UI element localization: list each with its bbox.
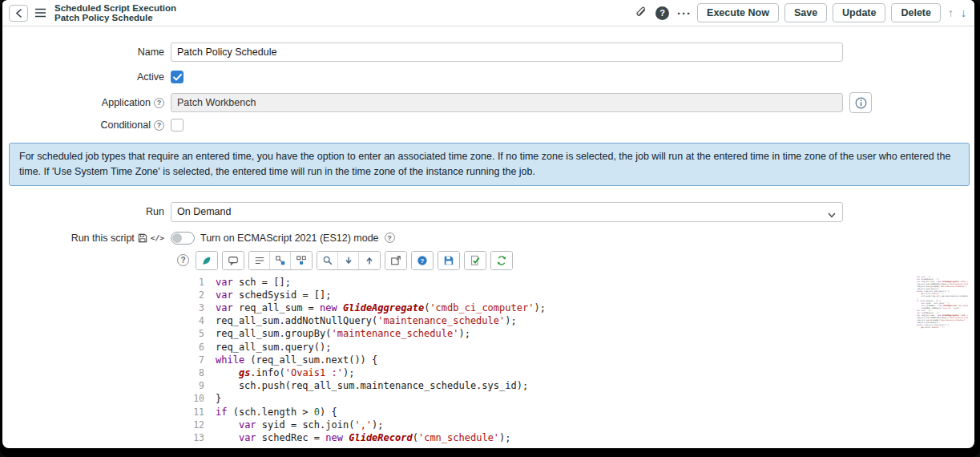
toolbar-group	[385, 251, 407, 270]
application-input[interactable]	[171, 93, 843, 112]
save-disk-icon	[138, 233, 147, 243]
code-line[interactable]: 8 gs.info('Ovais1 :');	[177, 366, 974, 379]
line-number: 2	[177, 289, 204, 301]
editor-minimap[interactable]: var sch = [];var schedSysid = [];var req…	[917, 276, 968, 329]
context-menu-icon[interactable]	[34, 8, 46, 18]
code-line[interactable]: 12 var syid = sch.join(',');	[177, 419, 974, 431]
scheduled-script-form: Scheduled Script Execution Patch Policy …	[2, 0, 974, 448]
line-number: 8	[177, 366, 204, 379]
active-label: Active	[2, 71, 171, 83]
replace-all-button[interactable]	[291, 252, 312, 269]
toolbar-group	[248, 251, 313, 270]
select-chevron-icon	[828, 209, 836, 220]
code-icon: </>	[151, 233, 164, 242]
find-next-button[interactable]	[338, 252, 359, 269]
script-code-editor[interactable]: 1var sch = [];2var schedSysid = [];3var …	[177, 274, 974, 445]
attachment-icon[interactable]	[635, 6, 647, 19]
info-message: For scheduled job types that require an …	[9, 143, 970, 186]
line-number: 3	[177, 301, 204, 314]
application-label: Application ?	[2, 97, 171, 108]
find-previous-button[interactable]	[359, 252, 380, 269]
toolbar-group	[438, 251, 460, 270]
toolbar-group	[196, 251, 218, 270]
execute-now-button[interactable]: Execute Now	[697, 3, 779, 22]
save-button[interactable]: Save	[784, 3, 827, 22]
save-script-button[interactable]	[438, 252, 459, 269]
line-number: 11	[177, 406, 204, 419]
line-number: 7	[177, 354, 204, 366]
code-line[interactable]: 1var sch = [];	[177, 276, 974, 289]
conditional-label: Conditional ?	[2, 119, 171, 131]
scroll-up-icon[interactable]: ↑	[948, 6, 954, 19]
more-options-icon[interactable]: ···	[677, 6, 692, 20]
code-line[interactable]: 2var schedSysid = [];	[177, 289, 974, 301]
format-code-button[interactable]	[196, 252, 217, 269]
search-button[interactable]	[317, 252, 338, 269]
script-editor-toolbar: ? ?	[177, 251, 974, 270]
code-line[interactable]: 11if (sch.length > 0) {	[177, 406, 974, 419]
code-line[interactable]: 13 var schedRec = new GlideRecord('cmn_s…	[177, 431, 974, 444]
back-button[interactable]	[9, 5, 28, 22]
run-selected-value: On Demand	[177, 206, 231, 217]
scroll-down-icon[interactable]: ↓	[961, 6, 966, 19]
name-label: Name	[2, 47, 171, 58]
toolbar-group	[490, 251, 513, 270]
application-help-icon[interactable]: ?	[154, 98, 164, 108]
script-sync-button[interactable]	[491, 252, 512, 269]
code-line[interactable]: 5req_all_sum.groupBy('maintenance_schedu…	[177, 327, 974, 340]
es12-toggle-label: Turn on ECMAScript 2021 (ES12) mode	[200, 233, 379, 244]
es12-toggle[interactable]	[171, 232, 195, 245]
delete-button[interactable]: Delete	[891, 3, 941, 22]
line-number: 1	[177, 276, 204, 289]
code-line[interactable]: 3var req_all_sum = new GlideAggregate('c…	[177, 301, 974, 314]
code-line[interactable]: 9 sch.push(req_all_sum.maintenance_sched…	[177, 379, 974, 392]
window-frame: Scheduled Script Execution Patch Policy …	[0, 0, 980, 457]
name-input[interactable]	[171, 42, 843, 62]
update-button[interactable]: Update	[833, 3, 885, 22]
line-number: 10	[177, 392, 204, 405]
wrap-lines-button[interactable]	[249, 252, 270, 269]
replace-button[interactable]	[270, 252, 291, 269]
line-number: 13	[177, 431, 204, 444]
line-number: 5	[177, 327, 204, 340]
code-line[interactable]: 10}	[177, 392, 974, 405]
run-select[interactable]: On Demand	[171, 202, 843, 222]
code-line[interactable]: 7while (req_all_sum.next()) {	[177, 354, 974, 366]
conditional-help-icon[interactable]: ?	[154, 120, 164, 131]
run-label: Run	[2, 206, 171, 217]
editor-help-icon[interactable]: ?	[177, 254, 189, 266]
form-body: Name Active Application ? Conditional ?	[2, 26, 974, 447]
toolbar-group	[317, 251, 381, 270]
toggle-comment-button[interactable]	[223, 252, 244, 269]
record-title: Scheduled Script Execution Patch Policy …	[54, 3, 176, 23]
application-info-button[interactable]	[849, 92, 872, 113]
active-checkbox[interactable]	[171, 71, 183, 83]
scripting-help-button[interactable]: ?	[412, 252, 433, 269]
help-icon[interactable]: ?	[655, 6, 669, 20]
form-header: Scheduled Script Execution Patch Policy …	[2, 0, 974, 26]
line-number: 12	[177, 419, 204, 431]
line-number: 6	[177, 341, 204, 354]
es12-help-icon[interactable]: ?	[385, 233, 395, 243]
line-number: 9	[177, 379, 204, 392]
toolbar-group	[222, 251, 244, 270]
svg-text:?: ?	[421, 257, 425, 264]
toolbar-group: ?	[411, 251, 434, 270]
toolbar-group	[464, 251, 486, 270]
open-fullscreen-button[interactable]	[385, 252, 406, 269]
code-line[interactable]: 4req_all_sum.addNotNullQuery('maintenanc…	[177, 314, 974, 327]
record-name-title: Patch Policy Schedule	[54, 13, 176, 23]
run-this-script-label: Run this script </>	[2, 233, 171, 244]
conditional-checkbox[interactable]	[171, 119, 183, 131]
record-type-title: Scheduled Script Execution	[54, 3, 176, 14]
line-number: 4	[177, 314, 204, 327]
syntax-check-button[interactable]	[465, 252, 486, 269]
code-line[interactable]: 6req_all_sum.query();	[177, 341, 974, 354]
